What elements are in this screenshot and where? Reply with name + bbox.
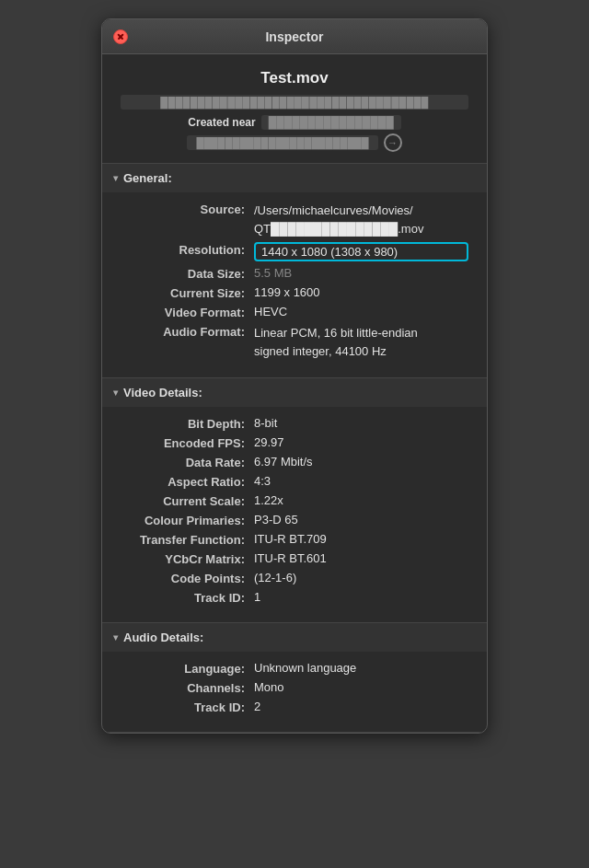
video-details-section: ▾ Video Details: Bit Depth: 8-bit Encode… [102,378,487,623]
current-size-row: Current Size: 1199 x 1600 [121,285,468,300]
data-rate-row: Data Rate: 6.97 Mbit/s [121,455,468,469]
ycbcr-matrix-label: YCbCr Matrix: [121,551,254,566]
audio-details-header[interactable]: ▾ Audio Details: [102,623,487,652]
location-row: ████████████████████████ → [121,133,468,152]
channels-row: Channels: Mono [121,680,468,695]
language-value: Unknown language [254,661,468,675]
data-rate-value: 6.97 Mbit/s [254,455,468,469]
location-pill: ████████████████████████ [187,135,377,150]
general-section: ▾ General: Source: /Users/michaelcurves/… [102,164,487,378]
data-size-value: 5.5 MB [254,266,468,280]
code-points-value: (12-1-6) [254,571,468,584]
bit-depth-value: 8-bit [254,416,468,430]
audio-details-label: Audio Details: [123,631,203,644]
data-size-row: Data Size: 5.5 MB [121,266,468,281]
aspect-ratio-row: Aspect Ratio: 4:3 [121,474,468,489]
video-track-id-row: Track ID: 1 [121,590,468,605]
created-near-value: ████████████████ [261,115,401,130]
audio-track-id-label: Track ID: [121,700,254,714]
current-size-label: Current Size: [121,285,254,300]
data-size-label: Data Size: [121,266,254,281]
general-section-body: Source: /Users/michaelcurves/Movies/QT██… [102,192,487,377]
resolution-label: Resolution: [121,242,254,257]
audio-details-section: ▾ Audio Details: Language: Unknown langu… [102,623,487,733]
language-label: Language: [121,661,254,676]
video-track-id-value: 1 [254,590,468,604]
video-details-header[interactable]: ▾ Video Details: [102,378,487,407]
close-button[interactable] [113,29,128,44]
video-format-row: Video Format: HEVC [121,305,468,319]
colour-primaries-label: Colour Primaries: [121,513,254,527]
arrow-button[interactable]: → [384,133,402,152]
audio-format-row: Audio Format: Linear PCM, 16 bit little-… [121,324,468,360]
file-info-section: Test.mov ███████████████████████████████… [102,54,487,164]
encoded-fps-value: 29.97 [254,435,468,449]
colour-primaries-value: P3-D 65 [254,513,468,527]
transfer-function-label: Transfer Function: [121,532,254,547]
encoded-fps-row: Encoded FPS: 29.97 [121,435,468,450]
video-details-chevron: ▾ [113,388,118,398]
file-name: Test.mov [121,69,468,87]
encoded-fps-label: Encoded FPS: [121,435,254,450]
data-rate-label: Data Rate: [121,455,254,469]
video-details-label: Video Details: [123,386,202,399]
video-format-value: HEVC [254,305,468,318]
audio-details-body: Language: Unknown language Channels: Mon… [102,652,487,732]
window-title: Inspector [265,29,323,44]
code-points-label: Code Points: [121,571,254,585]
audio-details-chevron: ▾ [113,632,118,642]
source-row: Source: /Users/michaelcurves/Movies/QT██… [121,202,468,237]
resolution-row: Resolution: 1440 x 1080 (1308 x 980) [121,242,468,261]
channels-label: Channels: [121,680,254,695]
current-scale-value: 1.22x [254,493,468,507]
arrow-icon: → [387,137,398,148]
window-content: Test.mov ███████████████████████████████… [102,54,487,733]
video-format-label: Video Format: [121,305,254,319]
inspector-window: Inspector Test.mov █████████████████████… [101,18,488,734]
audio-track-id-value: 2 [254,700,468,713]
bit-depth-row: Bit Depth: 8-bit [121,416,468,431]
channels-value: Mono [254,680,468,694]
audio-format-label: Audio Format: [121,324,254,339]
aspect-ratio-value: 4:3 [254,474,468,488]
current-size-value: 1199 x 1600 [254,285,468,299]
bit-depth-label: Bit Depth: [121,416,254,431]
video-details-body: Bit Depth: 8-bit Encoded FPS: 29.97 Data… [102,407,487,622]
language-row: Language: Unknown language [121,661,468,676]
aspect-ratio-label: Aspect Ratio: [121,474,254,489]
ycbcr-matrix-value: ITU-R BT.601 [254,551,468,565]
created-near-row: Created near ████████████████ [121,115,468,130]
general-section-label: General: [123,171,172,185]
title-bar: Inspector [102,19,487,54]
general-section-header[interactable]: ▾ General: [102,164,487,192]
code-points-row: Code Points: (12-1-6) [121,571,468,585]
created-near-label: Created near [188,116,255,129]
current-scale-label: Current Scale: [121,493,254,508]
source-label: Source: [121,202,254,216]
transfer-function-value: ITU-R BT.709 [254,532,468,546]
audio-format-value: Linear PCM, 16 bit little-endiansigned i… [254,324,468,360]
resolution-value: 1440 x 1080 (1308 x 980) [254,242,468,261]
audio-track-id-row: Track ID: 2 [121,700,468,714]
colour-primaries-row: Colour Primaries: P3-D 65 [121,513,468,527]
video-track-id-label: Track ID: [121,590,254,605]
ycbcr-matrix-row: YCbCr Matrix: ITU-R BT.601 [121,551,468,566]
transfer-function-row: Transfer Function: ITU-R BT.709 [121,532,468,547]
current-scale-row: Current Scale: 1.22x [121,493,468,508]
source-value: /Users/michaelcurves/Movies/QT██████████… [254,202,468,237]
general-chevron: ▾ [113,173,118,183]
file-path-blurred: ████████████████████████████████████ [121,95,468,110]
